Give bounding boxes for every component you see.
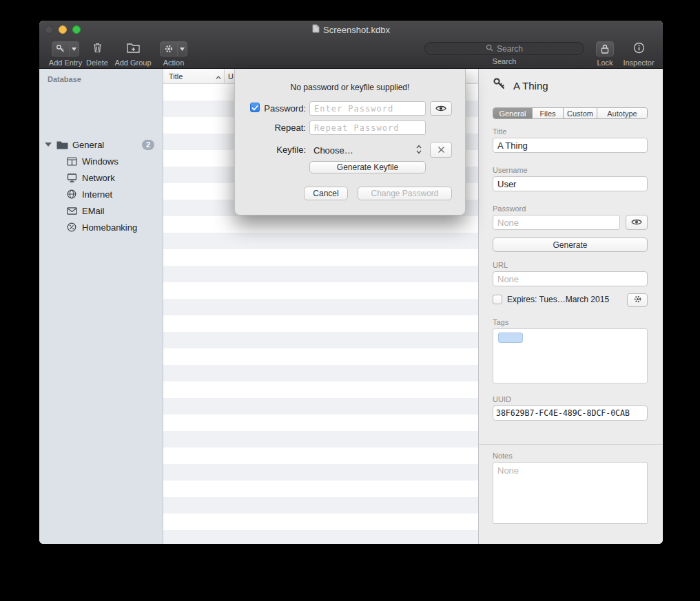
keyfile-popup[interactable]: Choose… [309,143,426,158]
title-input[interactable] [493,138,648,153]
envelope-icon [65,207,78,215]
sidebar-header: Database [48,75,81,83]
disclosure-triangle-icon[interactable] [45,143,52,147]
action-dropdown-caret-icon [177,42,187,56]
inspector-button[interactable] [633,41,645,56]
search-input[interactable]: Search [424,42,584,55]
tag-pill[interactable] [498,333,523,343]
keyfile-value: Choose… [309,145,353,156]
inspector-panel: A Thing General Files Custom Autotype Ti… [479,69,663,544]
generate-keyfile-label: Generate Keyfile [337,162,398,172]
tags-box[interactable] [493,328,648,383]
globe-icon [65,189,78,199]
reveal-password-button[interactable] [626,215,648,230]
change-password-button[interactable]: Change Password [358,187,452,200]
add-group-label: Add Group [114,59,151,67]
document-icon [312,24,320,35]
sidebar-item-label: Homebanking [82,222,137,233]
cancel-label: Cancel [313,189,338,198]
sidebar-item-label: Network [82,173,115,183]
sidebar-item-email[interactable]: EMail [39,202,163,219]
sidebar-item-internet[interactable]: Internet [39,186,163,202]
change-password-dialog: No password or keyfile supplied! Passwor… [234,69,466,215]
folder-add-icon [127,43,140,56]
generate-keyfile-button[interactable]: Generate Keyfile [309,161,426,173]
expires-settings-button[interactable] [627,293,648,307]
window-title-row: Screenshot.kdbx [39,24,663,35]
add-entry-dropdown-caret-icon[interactable] [69,42,79,56]
sidebar-item-label: Windows [82,156,119,167]
action-label: Action [163,59,185,67]
dialog-password-input[interactable] [309,101,426,116]
entry-title: A Thing [513,80,548,92]
uuid-label: UUID [493,395,511,403]
sidebar-group-general[interactable]: General 2 [39,136,163,153]
dialog-keyfile-label: Keyfile: [235,145,306,155]
search-item: Search Search [424,42,584,65]
uuid-input[interactable] [493,405,648,421]
password-label: Password [493,204,526,213]
action-item: Action [158,41,189,67]
sidebar-item-homebanking[interactable]: Homebanking [39,219,163,235]
expires-label: Expires: Tues…March 2015 [507,295,609,304]
delete-item: Delete [85,41,110,67]
expires-checkbox[interactable] [493,295,502,304]
lock-label: Lock [597,59,612,67]
tab-autotype[interactable]: Autotype [597,108,647,118]
column-username[interactable]: U [225,72,234,81]
sidebar: Database General 2 Windows [39,69,163,544]
cancel-button[interactable]: Cancel [304,187,348,200]
change-password-label: Change Password [371,189,438,198]
titlebar-toolbar: Screenshot.kdbx Add Entry [39,21,663,69]
sort-ascending-icon [216,72,221,81]
search-placeholder: Search [497,44,523,54]
dialog-reveal-password-button[interactable] [430,101,452,116]
coin-icon [65,222,78,232]
inspector-tabs: General Files Custom Autotype [493,107,648,119]
inspector-item: Inspector [619,41,659,67]
title-label: Title [493,127,506,136]
url-label: URL [493,261,508,269]
password-input[interactable] [493,215,620,230]
add-entry-item: Add Entry [46,41,85,67]
tab-general[interactable]: General [493,108,533,118]
url-input[interactable] [493,271,648,286]
key-icon [52,42,69,56]
lock-item: Lock [594,41,616,67]
notes-input[interactable] [493,462,648,524]
dialog-repeat-input[interactable] [309,120,426,135]
lock-icon [597,42,612,56]
delete-button[interactable] [92,41,103,56]
delete-label: Delete [86,59,108,67]
column-title[interactable]: Title [163,72,224,81]
generate-button[interactable]: Generate [493,238,648,252]
sidebar-item-network[interactable]: Network [39,169,163,186]
tab-custom[interactable]: Custom [564,108,597,118]
sidebar-item-windows[interactable]: Windows [39,153,163,169]
add-group-button[interactable] [127,41,140,56]
add-entry-label: Add Entry [49,59,82,67]
folder-icon [56,140,68,149]
expires-row: Expires: Tues…March 2015 [493,295,609,304]
info-icon [633,42,645,56]
window-title: Screenshot.kdbx [323,25,390,35]
tags-label: Tags [493,318,508,326]
entry-header: A Thing [493,77,548,94]
app-window: Screenshot.kdbx Add Entry [39,21,663,544]
eye-icon [435,103,446,115]
tab-files[interactable]: Files [533,108,564,118]
lock-button[interactable] [596,41,614,56]
add-entry-button[interactable] [52,41,79,56]
dialog-repeat-label: Repeat: [235,123,306,133]
clear-keyfile-button[interactable] [430,142,452,158]
gear-icon [633,294,642,306]
search-icon [486,44,493,54]
eye-icon [631,216,642,229]
entry-key-icon [493,77,506,94]
network-icon [65,173,78,182]
username-label: Username [493,166,528,174]
action-button[interactable] [160,41,187,56]
username-input[interactable] [493,176,648,191]
sidebar-item-label: Internet [82,189,112,200]
x-icon [438,144,445,156]
